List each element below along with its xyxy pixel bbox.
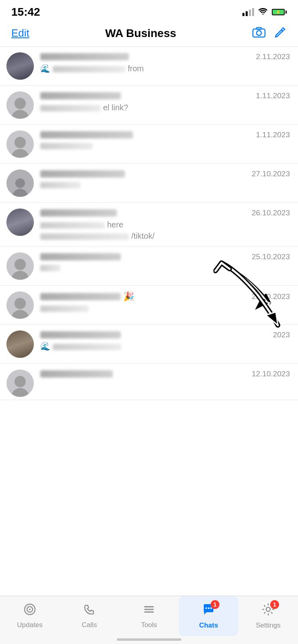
tab-calls-label: Calls [82,621,97,629]
tab-chats[interactable]: 1 Chats [179,596,238,636]
avatar [6,208,34,236]
chat-preview-text: from [128,64,144,73]
chat-name [40,331,121,339]
status-time: 15:42 [11,6,40,19]
chat-date: 26.10.2023 [252,208,290,217]
chat-content: 25.10.2023 [40,252,290,271]
chat-preview-text2: /tiktok/ [131,231,155,241]
chat-preview-blur [40,305,89,312]
chat-list: 2.11.2023 🌊 from 1.11.2023 el link? [0,47,298,452]
list-item[interactable]: 2023 🌊 [0,325,298,364]
chat-name [40,253,121,260]
avatar [6,169,34,197]
chat-name [40,170,125,178]
chat-row-top: 27.10.2023 [40,169,290,178]
updates-icon [23,603,36,619]
list-item[interactable]: 1.11.2023 [0,125,298,164]
nav-action-icons [252,26,287,41]
svg-rect-2 [257,27,261,29]
compose-icon[interactable] [274,26,287,41]
svg-rect-10 [144,611,154,613]
avatar-placeholder [6,91,34,119]
chat-row-top: 26.10.2023 [40,208,290,217]
chat-preview-blur [40,265,60,271]
emoji-icon: 🌊 [40,341,50,351]
page-title: WA Business [105,27,176,40]
list-item[interactable]: 12.10.2023 [0,364,298,400]
chat-row-top: 2023 [40,330,290,339]
svg-point-14 [266,607,270,611]
tab-bar: Updates Calls Tools [0,596,298,644]
chat-preview-blur [40,182,81,188]
svg-rect-8 [144,606,154,607]
tab-settings[interactable]: 1 Settings [238,596,298,636]
list-item[interactable]: 🎉 20.10.2023 [0,286,298,325]
chats-icon: 1 [202,603,215,619]
chat-preview-text: el link? [103,103,128,112]
list-item[interactable]: 27.10.2023 [0,164,298,203]
chat-date: 2023 [273,330,290,339]
chat-row-top: 1.11.2023 [40,130,290,139]
chat-name-emoji: 🎉 [123,291,134,302]
tab-updates[interactable]: Updates [0,596,60,636]
tab-tools[interactable]: Tools [119,596,179,636]
tab-chats-label: Chats [199,621,218,630]
chat-content: 2023 🌊 [40,330,290,351]
tab-calls[interactable]: Calls [60,596,119,636]
chat-date: 25.10.2023 [252,252,290,261]
chat-name [40,209,117,217]
chat-preview-blur [53,66,125,72]
avatar [6,252,34,280]
avatar [6,330,34,358]
avatar-placeholder [6,252,34,280]
chat-content: 2.11.2023 🌊 from [40,52,290,73]
list-item[interactable]: 1.11.2023 el link? [0,86,298,125]
edit-button[interactable]: Edit [11,27,29,39]
avatar [6,52,34,80]
chat-preview-blur2 [40,233,129,240]
chat-row-top: 🎉 20.10.2023 [40,291,290,302]
list-item[interactable]: 2.11.2023 🌊 from [0,47,298,86]
wifi-icon [258,8,268,17]
chat-name [40,293,121,300]
chat-content: 🎉 20.10.2023 [40,291,290,312]
chat-date: 2.11.2023 [256,52,290,61]
chat-row-top: 1.11.2023 [40,91,290,100]
chat-preview-blur [40,222,105,229]
chat-date: 12.10.2023 [252,369,290,378]
chat-name [40,370,113,378]
battery-icon: ⚡ [272,9,287,15]
emoji-icon: 🌊 [40,64,50,73]
svg-point-12 [208,607,209,609]
signal-icon [242,8,254,16]
avatar-placeholder [6,130,34,158]
chat-content: 1.11.2023 [40,130,290,149]
chat-preview-blur [40,105,101,111]
chat-preview [40,263,290,271]
chat-content: 27.10.2023 [40,169,290,188]
chat-date: 27.10.2023 [252,169,290,178]
chat-row-top: 2.11.2023 [40,52,290,61]
chat-preview [40,304,290,312]
chat-preview-row2: /tiktok/ [40,231,290,241]
calls-icon [83,603,96,619]
avatar [6,369,34,397]
chat-content: 12.10.2023 [40,369,290,380]
status-icons: ⚡ [242,8,287,17]
list-item[interactable]: 25.10.2023 [0,247,298,286]
chat-row-top: 12.10.2023 [40,369,290,378]
chats-badge: 1 [211,600,219,609]
nav-bar: Edit WA Business [0,22,298,47]
list-item[interactable]: 26.10.2023 here /tiktok/ [0,203,298,247]
chat-preview: 🌊 from [40,63,290,73]
chat-row-top: 25.10.2023 [40,252,290,261]
avatar-placeholder [6,369,34,397]
chat-name [40,92,121,99]
svg-point-7 [29,609,31,610]
home-indicator [117,638,181,641]
avatar [6,91,34,119]
tab-settings-label: Settings [256,621,280,630]
tools-icon [143,603,155,619]
svg-rect-9 [144,609,154,610]
camera-icon[interactable] [252,26,266,40]
